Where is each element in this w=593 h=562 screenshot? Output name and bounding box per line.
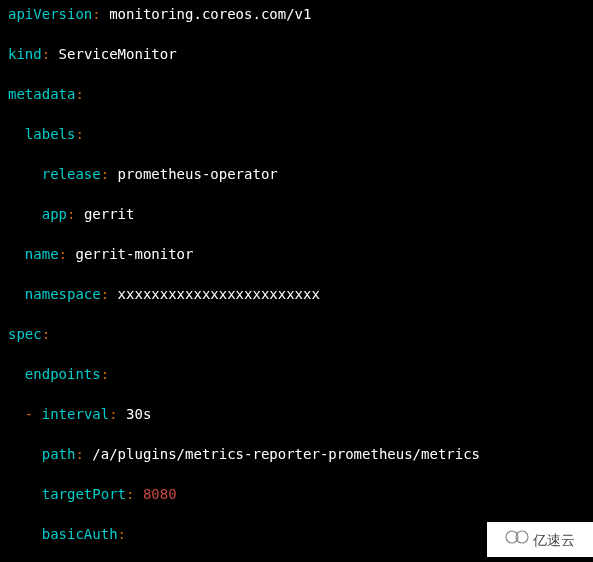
yaml-line: - interval: 30s: [8, 404, 585, 424]
yaml-key: labels: [25, 126, 76, 142]
colon: :: [118, 526, 126, 542]
colon: :: [101, 286, 109, 302]
colon: :: [101, 166, 109, 182]
yaml-key: app: [42, 206, 67, 222]
yaml-value: prometheus-operator: [118, 166, 278, 182]
colon: :: [75, 86, 83, 102]
yaml-line: namespace: xxxxxxxxxxxxxxxxxxxxxxxx: [8, 284, 585, 304]
watermark: 亿速云: [487, 522, 593, 557]
yaml-key: spec: [8, 326, 42, 342]
yaml-value: 30s: [126, 406, 151, 422]
yaml-value: 8080: [143, 486, 177, 502]
colon: :: [101, 366, 109, 382]
colon: :: [42, 326, 50, 342]
yaml-key: interval: [42, 406, 109, 422]
yaml-value: gerrit: [84, 206, 135, 222]
colon: :: [59, 246, 67, 262]
yaml-line: targetPort: 8080: [8, 484, 585, 504]
watermark-text: 亿速云: [533, 530, 575, 550]
code-block: apiVersion: monitoring.coreos.com/v1 kin…: [8, 4, 585, 562]
yaml-value: monitoring.coreos.com/v1: [109, 6, 311, 22]
yaml-key: metadata: [8, 86, 75, 102]
yaml-key: basicAuth: [42, 526, 118, 542]
yaml-key: release: [42, 166, 101, 182]
yaml-line: name: gerrit-monitor: [8, 244, 585, 264]
yaml-value: gerrit-monitor: [75, 246, 193, 262]
colon: :: [42, 46, 50, 62]
yaml-line: endpoints:: [8, 364, 585, 384]
yaml-line: labels:: [8, 124, 585, 144]
yaml-value: ServiceMonitor: [59, 46, 177, 62]
yaml-key: path: [42, 446, 76, 462]
colon: :: [126, 486, 134, 502]
yaml-line: app: gerrit: [8, 204, 585, 224]
yaml-key: namespace: [25, 286, 101, 302]
colon: :: [75, 446, 83, 462]
yaml-key: apiVersion: [8, 6, 92, 22]
yaml-line: apiVersion: monitoring.coreos.com/v1: [8, 4, 585, 24]
yaml-key: name: [25, 246, 59, 262]
colon: :: [109, 406, 117, 422]
colon: :: [92, 6, 100, 22]
yaml-key: endpoints: [25, 366, 101, 382]
colon: :: [75, 126, 83, 142]
yaml-value: xxxxxxxxxxxxxxxxxxxxxxxx: [118, 286, 320, 302]
yaml-key: kind: [8, 46, 42, 62]
yaml-line: metadata:: [8, 84, 585, 104]
yaml-value: /a/plugins/metrics-reporter-prometheus/m…: [92, 446, 480, 462]
yaml-line: release: prometheus-operator: [8, 164, 585, 184]
yaml-key: targetPort: [42, 486, 126, 502]
colon: :: [67, 206, 75, 222]
yaml-line: spec:: [8, 324, 585, 344]
yaml-line: path: /a/plugins/metrics-reporter-promet…: [8, 444, 585, 464]
yaml-line: kind: ServiceMonitor: [8, 44, 585, 64]
watermark-logo-icon: [505, 528, 529, 551]
dash: -: [25, 406, 33, 422]
